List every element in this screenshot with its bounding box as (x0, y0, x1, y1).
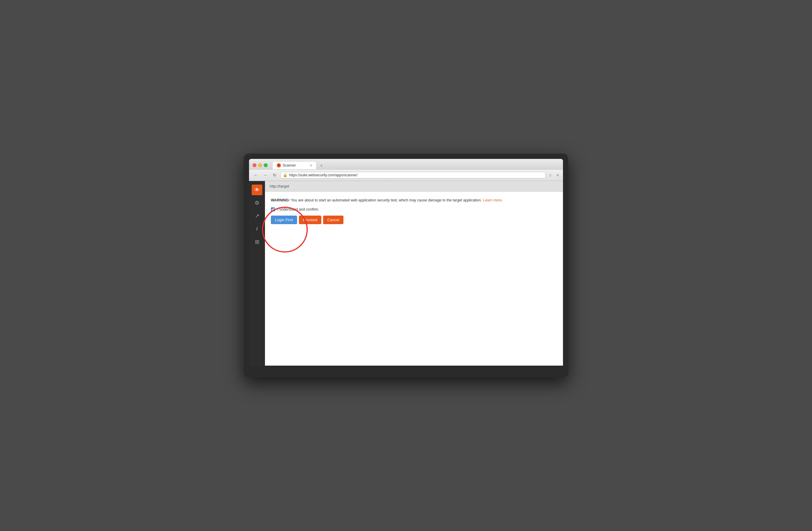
close-button[interactable] (252, 163, 257, 167)
maximize-button[interactable] (264, 163, 267, 167)
tab-favicon (277, 163, 281, 167)
cancel-button[interactable]: Cancel (323, 215, 343, 224)
forward-button[interactable]: → (261, 171, 269, 179)
bookmark-button[interactable]: ☆ (547, 172, 553, 178)
buttons-wrapper: Login First Proceed Cancel (271, 215, 344, 224)
warning-message: WARNING: You are about to start an autom… (271, 198, 557, 203)
sidebar-item-scanner[interactable]: 👁 (252, 185, 262, 195)
browser-body: 👁 ⚙ ↗ i ⊞ http://target WARNING: You are… (249, 181, 563, 366)
browser-titlebar: Scanner ✕ + (249, 159, 563, 169)
back-button[interactable]: ← (252, 171, 260, 179)
confirm-checkbox[interactable] (271, 207, 275, 211)
target-bar: http://target (265, 181, 563, 192)
content-area: http://target WARNING: You are about to … (265, 181, 563, 366)
tab-title: Scanner (283, 163, 296, 167)
url-text: https://suite.websecurify.com/apps/scann… (289, 173, 543, 177)
refresh-button[interactable]: ↻ (271, 171, 278, 179)
target-url: http://target (270, 184, 289, 188)
sidebar-item-grid[interactable]: ⊞ (252, 237, 262, 247)
sidebar-item-info[interactable]: i (252, 224, 262, 234)
sidebar: 👁 ⚙ ↗ i ⊞ (249, 181, 265, 366)
traffic-lights (252, 163, 267, 167)
menu-button[interactable]: ≡ (555, 172, 560, 178)
proceed-button[interactable]: Proceed (299, 215, 321, 224)
buttons-row: Login First Proceed Cancel (271, 215, 344, 224)
warning-body: You are about to start an automated web … (291, 198, 482, 202)
minimize-button[interactable] (258, 163, 262, 167)
sidebar-item-share[interactable]: ↗ (252, 211, 262, 221)
sidebar-item-settings[interactable]: ⚙ (252, 198, 262, 208)
main-content: WARNING: You are about to start an autom… (265, 192, 563, 366)
lock-icon: 🔒 (283, 173, 287, 177)
tab-bar: Scanner ✕ + (272, 161, 560, 169)
confirm-label: I understand and confirm. (277, 207, 319, 211)
learn-more-link[interactable]: Learn more. (483, 198, 503, 202)
highlight-circle (262, 207, 308, 252)
login-first-button[interactable]: Login First (271, 215, 297, 224)
browser-window: Scanner ✕ + ← → ↻ 🔒 https://suite.websec… (249, 159, 563, 366)
browser-toolbar: ← → ↻ 🔒 https://suite.websecurify.com/ap… (249, 169, 563, 181)
active-tab[interactable]: Scanner ✕ (272, 161, 317, 169)
new-tab-button[interactable]: + (317, 162, 325, 169)
confirm-row: I understand and confirm. (271, 207, 557, 211)
warning-prefix: WARNING: (271, 198, 290, 202)
laptop-frame: Scanner ✕ + ← → ↻ 🔒 https://suite.websec… (244, 154, 568, 377)
address-bar[interactable]: 🔒 https://suite.websecurify.com/apps/sca… (280, 172, 546, 178)
tab-close-button[interactable]: ✕ (309, 164, 312, 167)
